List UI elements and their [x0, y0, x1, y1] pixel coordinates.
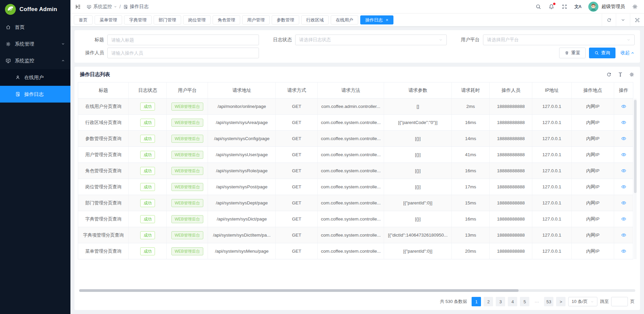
page-button[interactable]: 53 — [544, 297, 553, 306]
log-status-select[interactable]: 请选择日志状态 — [295, 35, 447, 45]
breadcrumb-section[interactable]: 系统监控 — [87, 4, 117, 10]
sidebar-item-operation-log[interactable]: 操作日志 — [0, 86, 70, 103]
view-detail-button[interactable] — [621, 216, 627, 222]
refresh-icon[interactable] — [602, 14, 616, 26]
page-button[interactable]: 3 — [496, 297, 505, 306]
tab[interactable]: 用户管理 — [242, 15, 270, 24]
column-header: IP地址 — [532, 82, 572, 99]
search-icon[interactable] — [535, 4, 541, 10]
cell-duration: 15ms — [452, 195, 490, 211]
username: 超级管理员 — [601, 4, 625, 10]
table-row[interactable]: 部门管理分页查询 成功 WEB管理后台 /api/system/sysDept/… — [78, 195, 633, 211]
table-empty-space — [74, 259, 640, 289]
table-row[interactable]: 用户管理分页查询 成功 WEB管理后台 /api/system/sysUser/… — [78, 147, 633, 163]
cell-log-status: 成功 — [129, 179, 167, 195]
view-detail-button[interactable] — [621, 248, 627, 254]
table-row[interactable]: 行政区域分页查询 成功 WEB管理后台 /api/system/sysArea/… — [78, 115, 633, 131]
cell-ip: 127.0.0.1 — [532, 115, 572, 131]
tab[interactable]: 在线用户 — [331, 15, 358, 24]
tab[interactable]: 角色管理 — [213, 15, 240, 24]
tab[interactable]: 岗位管理 — [183, 15, 211, 24]
view-detail-button[interactable] — [621, 232, 627, 238]
logo-text: Coffee Admin — [19, 6, 57, 13]
page-size-value: 10 条/页 — [572, 299, 588, 305]
user-menu[interactable]: 超级管理员 — [588, 2, 625, 12]
search-button[interactable]: 查询 — [589, 48, 615, 58]
tab[interactable]: 行政区域 — [301, 15, 329, 24]
tab[interactable]: 字典管理 — [124, 15, 152, 24]
tab[interactable]: 菜单管理 — [95, 15, 122, 24]
horizontal-scrollbar[interactable] — [79, 289, 635, 292]
cell-location: 内网IP — [572, 147, 614, 163]
title-input[interactable] — [107, 35, 259, 45]
jump-page-input[interactable] — [611, 297, 628, 306]
operator-input[interactable] — [107, 48, 259, 58]
vertical-scrollbar[interactable] — [634, 99, 637, 259]
tabbar: 首页 菜单管理 字典管理 部门管理 — [70, 13, 644, 26]
status-badge: 成功 — [140, 167, 155, 175]
next-page-button[interactable]: > — [556, 297, 566, 306]
menu-fold-icon[interactable] — [75, 4, 81, 10]
sidebar-item-home[interactable]: 首页 — [0, 19, 70, 36]
table-row[interactable]: 字典管理分页查询 成功 WEB管理后台 /api/system/sysDict/… — [78, 211, 633, 227]
cell-ip: 127.0.0.1 — [532, 163, 572, 179]
table-row[interactable]: 岗位管理分页查询 成功 WEB管理后台 /api/system/sysPost/… — [78, 179, 633, 195]
close-icon[interactable]: × — [386, 18, 388, 22]
avatar — [588, 2, 598, 12]
density-icon[interactable] — [618, 72, 623, 77]
cell-request-url: /api/system/sysRole/page — [208, 163, 276, 179]
tab[interactable]: 操作日志 × — [360, 15, 393, 24]
cell-operator: 18888888888 — [490, 179, 532, 195]
sidebar-item-system-monitor[interactable]: 系统监控 — [0, 52, 70, 69]
fullscreen-icon[interactable] — [561, 4, 568, 10]
tab[interactable]: 首页 — [74, 15, 93, 24]
table-row[interactable]: 参数管理分页查询 成功 WEB管理后台 /api/system/sysConfi… — [78, 131, 633, 147]
cell-operator: 18888888888 — [490, 131, 532, 147]
reset-button[interactable]: 重置 — [559, 48, 586, 58]
search-label: 查询 — [601, 50, 610, 56]
page-size-select[interactable]: 10 条/页 — [568, 297, 597, 306]
log-list-card: 操作日志列表 — [74, 67, 640, 310]
column-settings-icon[interactable] — [629, 72, 635, 77]
cell-operator: 18888888888 — [490, 243, 532, 259]
view-detail-button[interactable] — [621, 168, 627, 174]
horizontal-scrollbar-thumb[interactable] — [79, 289, 519, 292]
field-title: 标题 — [80, 35, 259, 45]
user-platform-select[interactable]: 请选择用户平台 — [483, 35, 635, 45]
view-detail-button[interactable] — [621, 104, 627, 109]
sidebar-item-system-management[interactable]: 系统管理 — [0, 36, 70, 52]
page-button[interactable]: ··· — [532, 297, 541, 306]
page-button[interactable]: 5 — [520, 297, 529, 306]
table-row[interactable]: 字典项管理分页查询 成功 WEB管理后台 /api/system/sysDict… — [78, 227, 633, 243]
table-toolbar — [606, 72, 635, 77]
table-row[interactable]: 菜单管理分页查询 成功 WEB管理后台 /api/system/sysMenu/… — [78, 243, 633, 259]
cell-request-method: GET — [276, 131, 318, 147]
chevron-down-icon[interactable] — [616, 14, 630, 26]
translate-icon[interactable]: 文A — [575, 4, 581, 10]
view-detail-button[interactable] — [621, 184, 627, 190]
breadcrumb-current: 操作日志 — [123, 4, 149, 10]
view-detail-button[interactable] — [621, 136, 627, 141]
eye-icon — [621, 248, 627, 254]
bell-icon[interactable] — [548, 4, 554, 10]
cell-actions — [614, 243, 633, 259]
settings-gear-icon[interactable] — [632, 4, 638, 10]
collapse-filters-link[interactable]: 收起 — [621, 50, 635, 56]
vertical-scrollbar-thumb[interactable] — [634, 100, 637, 193]
page-button[interactable]: 2 — [484, 297, 493, 306]
page-button[interactable]: 4 — [508, 297, 517, 306]
cell-handler: com.coffee.admin.controller... — [318, 99, 384, 115]
tab[interactable]: 参数管理 — [272, 15, 299, 24]
view-detail-button[interactable] — [621, 152, 627, 158]
tab[interactable]: 部门管理 — [154, 15, 181, 24]
table-row[interactable]: 角色管理分页查询 成功 WEB管理后台 /api/system/sysRole/… — [78, 163, 633, 179]
maximize-icon[interactable] — [630, 14, 644, 26]
refresh-icon[interactable] — [606, 72, 612, 77]
page-button[interactable]: 1 — [472, 297, 481, 306]
app-logo[interactable]: Coffee Admin — [0, 0, 70, 19]
view-detail-button[interactable] — [621, 200, 627, 206]
view-detail-button[interactable] — [621, 120, 627, 125]
sidebar-item-online-users[interactable]: 在线用户 — [0, 69, 70, 86]
eye-icon — [621, 136, 627, 141]
table-row[interactable]: 在线用户分页查询 成功 WEB管理后台 /api/monitor/online/… — [78, 99, 633, 115]
